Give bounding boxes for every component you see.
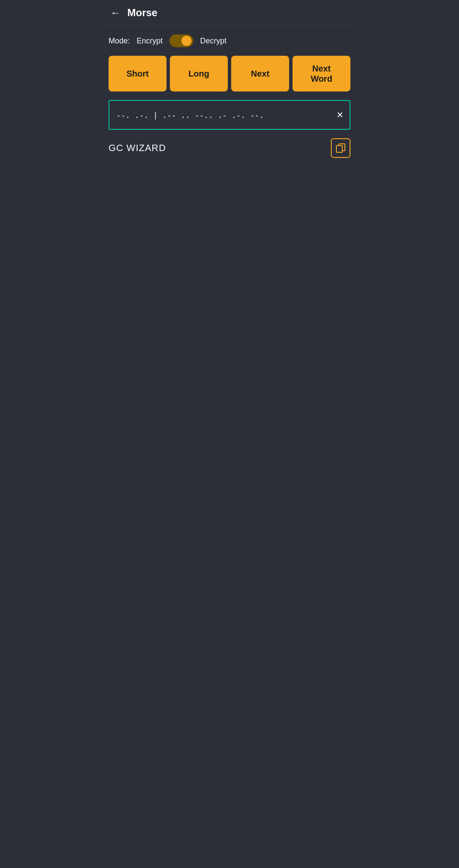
buttons-row: Short Long Next NextWord: [109, 56, 350, 91]
back-button[interactable]: ←: [110, 7, 120, 19]
output-row: GC WIZARD: [109, 138, 350, 158]
mode-label: Mode:: [109, 37, 130, 46]
copy-icon-front: [336, 145, 343, 153]
output-text: GC WIZARD: [109, 143, 166, 154]
mode-toggle[interactable]: [169, 34, 193, 47]
page-title: Morse: [127, 7, 158, 19]
next-word-button[interactable]: NextWord: [293, 56, 350, 91]
toggle-track: [169, 34, 193, 47]
decrypt-label: Decrypt: [200, 37, 227, 46]
copy-icon: [336, 143, 345, 153]
short-button[interactable]: Short: [109, 56, 166, 91]
copy-button[interactable]: [331, 138, 350, 158]
toggle-thumb: [181, 36, 192, 46]
morse-input[interactable]: [109, 100, 350, 130]
clear-button[interactable]: ✕: [335, 108, 345, 122]
mode-row: Mode: Encrypt Decrypt: [109, 34, 350, 47]
long-button[interactable]: Long: [170, 56, 228, 91]
next-button[interactable]: Next: [231, 56, 289, 91]
encrypt-label: Encrypt: [137, 37, 163, 46]
header: ← Morse: [102, 0, 357, 26]
input-area: ✕: [109, 100, 350, 130]
